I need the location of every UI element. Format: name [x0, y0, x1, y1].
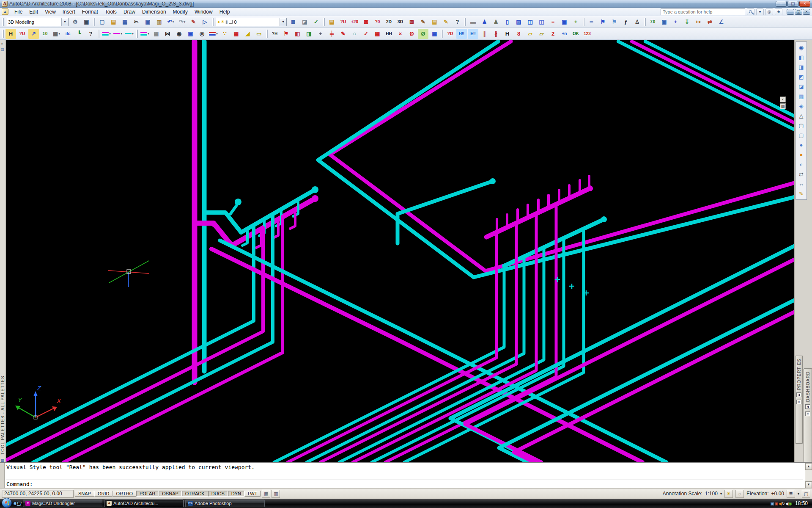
vs-sphere-icon[interactable]: ● [796, 140, 806, 150]
draw-pipe-pair-icon[interactable]: ▾ [101, 29, 112, 39]
mdi-close-button[interactable]: × [803, 9, 810, 15]
network-computer-icon[interactable]: ▣ [771, 501, 774, 506]
autohide-icon[interactable]: ◀ [796, 392, 801, 397]
check-connections-icon[interactable]: ✓ [361, 29, 371, 39]
palette-properties-icon[interactable]: ▤ [0, 47, 4, 52]
h-alert-icon[interactable]: H‼ [456, 29, 467, 39]
layer-color-swatch[interactable] [229, 20, 233, 24]
hatch-pipe-icon[interactable]: ∥ [479, 29, 490, 39]
pipe-series-icon[interactable]: ┗ [74, 29, 85, 39]
model-space-icon[interactable]: ▦ [262, 490, 270, 498]
drawing-canvas[interactable]: Z Y X × ▨ [6, 40, 794, 462]
menu-help[interactable]: Help [216, 8, 233, 16]
grid-window-icon[interactable]: ▦ [429, 29, 440, 39]
elevation-value[interactable]: +0.00 [771, 491, 784, 497]
minimize-button[interactable]: – [776, 1, 787, 7]
window-icon[interactable]: ◫ [525, 17, 535, 27]
open-icon[interactable]: ▤ [108, 17, 119, 27]
zoom-id-icon[interactable]: Ø [406, 29, 417, 39]
user-blue-icon[interactable]: ♟ [479, 17, 490, 27]
view-iso-icon[interactable]: ◈ [796, 101, 806, 111]
show-desktop-icon[interactable]: ▢ [16, 500, 21, 506]
part-info-icon[interactable]: ◧ [292, 29, 303, 39]
workspace-combo[interactable]: 3D Modeling ▾ [6, 18, 69, 26]
layer-bulb-icon[interactable]: ● [217, 19, 220, 24]
match-pairs-icon[interactable]: HH [384, 29, 394, 39]
workspace-settings-icon[interactable]: ⚙ [70, 17, 80, 27]
command-scrollbar[interactable]: ▲ ▼ [805, 463, 812, 488]
cross-dim-icon[interactable]: + [670, 17, 681, 27]
toolbar-grip[interactable] [644, 18, 646, 26]
help-search-input[interactable] [661, 8, 745, 15]
command-window[interactable]: Visual Style tool "Real" has been succes… [0, 462, 812, 488]
taskbar-task[interactable]: AAutoCAD Architectu... [104, 500, 184, 507]
linetype-dashed-icon[interactable]: ┅ [586, 17, 597, 27]
hatch-pipe2-icon[interactable]: ∦ [491, 29, 501, 39]
crossing-icon[interactable]: ▦ [372, 29, 383, 39]
layer-lock-icon[interactable]: ▮ [225, 19, 228, 24]
frame-8-icon[interactable]: 8 [513, 29, 524, 39]
arrow-swap-icon[interactable]: ⇄ [705, 17, 715, 27]
valve-icon[interactable]: ⋈ [162, 29, 173, 39]
connect-pipe-icon[interactable]: ╪ [326, 29, 337, 39]
search-icon[interactable] [747, 8, 754, 15]
menu-file[interactable]: File [11, 8, 26, 16]
save-icon[interactable]: ▦ [120, 17, 130, 27]
toolbar-grip[interactable] [2, 30, 4, 38]
properties-palette-tab[interactable]: PROPERTIES ◀ ≡ [795, 356, 803, 444]
sigma-dim-icon[interactable]: Σ0 [647, 17, 658, 27]
qh-icon[interactable]: ?H [269, 29, 280, 39]
e-alert-icon[interactable]: E‼ [468, 29, 478, 39]
help2-icon[interactable]: ? [85, 29, 96, 39]
view-left-icon[interactable]: ◩ [796, 72, 806, 82]
toggle-lwt[interactable]: LWT [244, 491, 261, 497]
paste-icon[interactable]: ▥ [154, 17, 165, 27]
device-icon[interactable]: ▣ [185, 29, 196, 39]
page-copy2-icon[interactable]: ▱ [536, 29, 547, 39]
find-part-icon[interactable]: ○ [349, 29, 360, 39]
angle-dim-icon[interactable]: ∠ [716, 17, 727, 27]
sum-flow-icon[interactable]: Σ0 [40, 29, 50, 39]
palette-close-icon[interactable]: × [1, 41, 3, 46]
publish-icon[interactable]: ▷ [200, 17, 210, 27]
vs-3d-wireframe-icon[interactable]: ▢ [796, 121, 806, 130]
dashboard-palette-tab[interactable]: DASHBOARD ◀ ≡ [804, 368, 812, 462]
close-button[interactable]: × [799, 1, 810, 7]
dashboard-icon[interactable]: ≡ [805, 411, 810, 416]
layer-flag-icon[interactable]: ⚑ [598, 17, 608, 27]
move-green-icon[interactable]: + [571, 17, 581, 27]
sketch-pencil-icon[interactable]: ✎ [418, 17, 428, 27]
arrow-in-icon[interactable]: ↧ [682, 17, 692, 27]
ie-icon[interactable]: e [14, 500, 16, 506]
quick-dim-icon[interactable]: ↔ [796, 179, 806, 189]
floating-toolbar-grip-icon[interactable]: ▨ [780, 103, 786, 109]
sprinkler-icon[interactable]: ∵ [219, 29, 230, 39]
constrained-orbit-icon[interactable]: ◉ [796, 43, 806, 52]
cut-icon[interactable]: ✂ [131, 17, 142, 27]
taskbar-clock[interactable]: 18:50 [795, 500, 808, 506]
view-front-icon[interactable]: ▧ [796, 91, 806, 101]
view-right-icon[interactable]: ◪ [796, 82, 806, 91]
view-2d-icon[interactable]: 2D [384, 17, 394, 27]
stairs-icon[interactable]: ≡ [548, 17, 558, 27]
annotation-auto-icon[interactable]: ☼ [735, 490, 744, 498]
mdi-minimize-button[interactable]: – [787, 9, 794, 15]
search-dropdown-icon[interactable]: ▾ [756, 8, 764, 15]
update-codes-icon[interactable]: ?U [338, 17, 348, 27]
annotate-pencil-icon[interactable]: ✎ [796, 189, 806, 199]
menu-window[interactable]: Window [191, 8, 216, 16]
level-tool-icon[interactable]: ◢ [242, 29, 253, 39]
dimension-delete-icon[interactable]: ⊠ [406, 17, 417, 27]
my-workspace-icon[interactable]: ▣ [81, 17, 92, 27]
vs-2d-wireframe-icon[interactable]: △ [796, 111, 806, 121]
undo-icon[interactable]: ↶▾ [165, 17, 176, 27]
toolbar-grip[interactable] [323, 18, 325, 26]
flag-node-icon[interactable]: ⚑ [281, 29, 291, 39]
toolbar-grip[interactable] [464, 18, 466, 26]
folder-sync-icon[interactable]: ↗ [28, 29, 39, 39]
query-elevation-icon[interactable]: ?0 [372, 17, 383, 27]
menu-draw[interactable]: Draw [120, 8, 139, 16]
command-window-handle[interactable] [0, 463, 5, 488]
climate-beam-icon[interactable]: ◎ [197, 29, 207, 39]
autohide-icon[interactable]: ◀ [805, 404, 810, 409]
